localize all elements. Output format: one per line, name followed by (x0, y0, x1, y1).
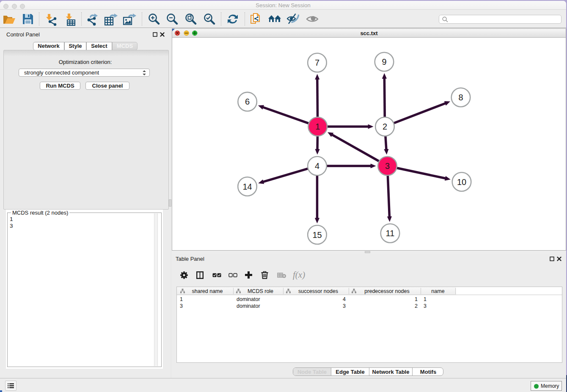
svg-text:1: 1 (315, 122, 320, 131)
svg-text:11: 11 (386, 229, 395, 238)
svg-text:9: 9 (382, 57, 386, 66)
svg-text:4: 4 (315, 161, 319, 171)
svg-text:6: 6 (245, 97, 250, 106)
svg-text:15: 15 (312, 230, 322, 240)
svg-text:14: 14 (242, 182, 252, 191)
svg-text:8: 8 (458, 93, 463, 102)
svg-text:2: 2 (383, 122, 387, 131)
svg-text:10: 10 (457, 177, 466, 187)
svg-text:7: 7 (315, 58, 319, 67)
svg-text:3: 3 (385, 161, 390, 171)
